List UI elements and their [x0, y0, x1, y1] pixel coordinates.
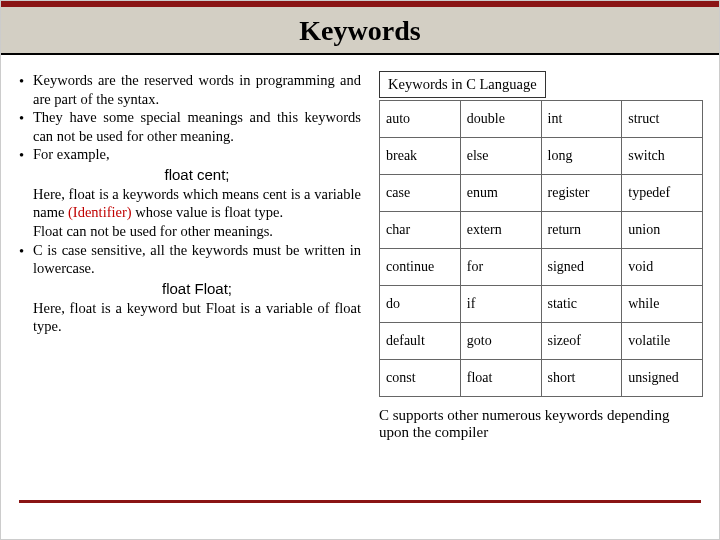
bullet-4-cont: Here, float is a keyword but Float is a …: [33, 299, 361, 336]
table-row: auto double int struct: [380, 101, 703, 138]
table-row: continue for signed void: [380, 249, 703, 286]
keywords-table: auto double int struct break else long s…: [379, 100, 703, 397]
table-title: Keywords in C Language: [379, 71, 546, 98]
bullet-3-cont: Here, float is a keywords which means ce…: [33, 185, 361, 222]
cell: enum: [460, 175, 541, 212]
bullet-4-text: C is case sensitive, all the keywords mu…: [33, 242, 361, 277]
table-row: char extern return union: [380, 212, 703, 249]
cell: case: [380, 175, 461, 212]
cell: sizeof: [541, 323, 622, 360]
cell: for: [460, 249, 541, 286]
cell: do: [380, 286, 461, 323]
bullet-3-cont-c: Float can not be used for other meanings…: [33, 222, 361, 241]
cell: auto: [380, 101, 461, 138]
cell: char: [380, 212, 461, 249]
table-row: default goto sizeof volatile: [380, 323, 703, 360]
bullet-3: For example, float cent; Here, float is …: [19, 145, 361, 240]
cell: extern: [460, 212, 541, 249]
cell: static: [541, 286, 622, 323]
right-column: Keywords in C Language auto double int s…: [379, 71, 703, 441]
cell: else: [460, 138, 541, 175]
bullet-2: They have some special meanings and this…: [19, 108, 361, 145]
table-row: do if static while: [380, 286, 703, 323]
cell: signed: [541, 249, 622, 286]
cell: long: [541, 138, 622, 175]
identifier-text: (Identifier): [68, 204, 132, 220]
bullet-4: C is case sensitive, all the keywords mu…: [19, 241, 361, 336]
cell: goto: [460, 323, 541, 360]
left-column: Keywords are the reserved words in progr…: [13, 71, 361, 441]
cell: union: [622, 212, 703, 249]
bullet-list: Keywords are the reserved words in progr…: [19, 71, 361, 336]
table-row: break else long switch: [380, 138, 703, 175]
cell: default: [380, 323, 461, 360]
cell: short: [541, 360, 622, 397]
cell: const: [380, 360, 461, 397]
cell: switch: [622, 138, 703, 175]
cell: return: [541, 212, 622, 249]
content-area: Keywords are the reserved words in progr…: [1, 55, 719, 445]
cell: unsigned: [622, 360, 703, 397]
title-band: Keywords: [1, 1, 719, 55]
cell: typedef: [622, 175, 703, 212]
code-example-1: float cent;: [33, 165, 361, 184]
cell: double: [460, 101, 541, 138]
code-example-2: float Float;: [33, 279, 361, 298]
cell: volatile: [622, 323, 703, 360]
cell: if: [460, 286, 541, 323]
bullet-3-cont-b: whose value is float type.: [132, 204, 283, 220]
cell: int: [541, 101, 622, 138]
table-footnote: C supports other numerous keywords depen…: [379, 407, 703, 441]
table-row: case enum register typedef: [380, 175, 703, 212]
bottom-rule: [19, 500, 701, 503]
slide: Keywords Keywords are the reserved words…: [0, 0, 720, 540]
cell: float: [460, 360, 541, 397]
bullet-3-text: For example,: [33, 146, 110, 162]
cell: struct: [622, 101, 703, 138]
cell: continue: [380, 249, 461, 286]
slide-title: Keywords: [299, 15, 420, 47]
cell: while: [622, 286, 703, 323]
table-row: const float short unsigned: [380, 360, 703, 397]
cell: break: [380, 138, 461, 175]
bullet-1: Keywords are the reserved words in progr…: [19, 71, 361, 108]
cell: void: [622, 249, 703, 286]
cell: register: [541, 175, 622, 212]
